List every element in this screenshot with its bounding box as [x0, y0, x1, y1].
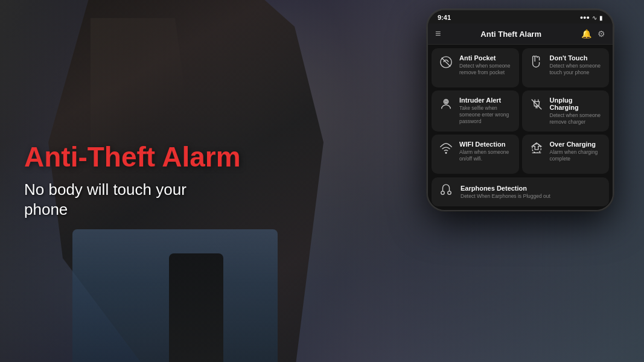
over-charging-desc: Alarm when charging complete [550, 149, 604, 162]
wifi-detection-text: WIFI Detection Alarm when someone on/off… [459, 141, 513, 162]
dont-touch-icon [528, 56, 545, 72]
svg-point-5 [445, 153, 447, 154]
notification-icon[interactable]: 🔔 [581, 29, 591, 39]
feature-intruder-alert[interactable]: Intruder Alert Take selfie when someone … [432, 91, 519, 132]
intruder-alert-desc: Take selfie when someone enter wrong pas… [459, 105, 513, 125]
earphones-detection-icon [438, 183, 454, 200]
earphones-title: Earphones Detection [461, 185, 603, 192]
wifi-detection-title: WIFI Detection [459, 141, 513, 148]
earphones-desc: Detect When Earphones is Plugged out [461, 193, 603, 200]
phone-mockup: 9:41 ●●● ∿ ▮ ≡ Anti Theft Alarm 🔔 ⚙ [427, 9, 614, 211]
svg-point-3 [445, 101, 447, 103]
svg-point-8 [448, 191, 451, 195]
intruder-alert-title: Intruder Alert [459, 97, 513, 104]
unplug-charging-title: Unplug Charging [550, 97, 604, 111]
anti-pocket-icon [438, 56, 454, 72]
feature-unplug-charging[interactable]: Unplug Charging Detect when someone remo… [522, 91, 610, 132]
anti-pocket-desc: Detect when someone remove from pocket [459, 63, 513, 76]
dont-touch-text: Don't Touch Detect when someone touch yo… [550, 54, 604, 76]
unplug-charging-text: Unplug Charging Detect when someone remo… [550, 97, 604, 125]
header-action-icons: 🔔 ⚙ [581, 29, 605, 39]
phone-app-header: ≡ Anti Theft Alarm 🔔 ⚙ [428, 24, 613, 45]
over-charging-title: Over Charging [550, 141, 604, 148]
settings-icon[interactable]: ⚙ [598, 29, 605, 39]
status-icons: ●●● ∿ ▮ [580, 14, 603, 21]
intruder-alert-text: Intruder Alert Take selfie when someone … [459, 97, 513, 125]
features-grid: Anti Pocket Detect when someone remove f… [428, 45, 613, 177]
feature-dont-touch[interactable]: Don't Touch Detect when someone touch yo… [522, 48, 610, 87]
wifi-detection-icon [438, 142, 454, 159]
signal-icon: ●●● [580, 14, 590, 21]
unplug-charging-desc: Detect when someone remove charger [550, 112, 604, 125]
intruder-alert-icon [438, 98, 454, 115]
menu-icon[interactable]: ≡ [435, 28, 441, 39]
status-time: 9:41 [438, 14, 451, 21]
feature-over-charging[interactable]: Over Charging Alarm when charging comple… [522, 135, 610, 174]
feature-anti-pocket[interactable]: Anti Pocket Detect when someone remove f… [432, 48, 519, 87]
hero-content: Anti-Theft Alarm No body will touch your… [24, 142, 241, 220]
anti-pocket-text: Anti Pocket Detect when someone remove f… [459, 54, 513, 76]
app-title: Anti Theft Alarm [480, 30, 541, 39]
hero-title: Anti-Theft Alarm [24, 142, 241, 173]
over-charging-icon [528, 142, 545, 159]
hero-subtitle: No body will touch your phone [24, 180, 217, 221]
phone-status-bar: 9:41 ●●● ∿ ▮ [428, 10, 613, 24]
anti-pocket-title: Anti Pocket [459, 54, 513, 62]
earphones-text: Earphones Detection Detect When Earphone… [461, 185, 603, 200]
wifi-detection-desc: Alarm when someone on/off wifi. [459, 149, 513, 162]
svg-point-7 [441, 191, 445, 195]
bottom-card: Earphones Detection Detect When Earphone… [428, 177, 613, 210]
over-charging-text: Over Charging Alarm when charging comple… [550, 141, 604, 162]
unplug-charging-icon [528, 98, 545, 115]
phone-mockup-wrapper: 9:41 ●●● ∿ ▮ ≡ Anti Theft Alarm 🔔 ⚙ [427, 9, 626, 211]
dont-touch-desc: Detect when someone touch your phone [550, 63, 604, 76]
svg-line-1 [442, 58, 451, 67]
battery-icon: ▮ [599, 14, 603, 21]
dont-touch-title: Don't Touch [550, 54, 604, 62]
feature-earphones-detection[interactable]: Earphones Detection Detect When Earphone… [432, 177, 609, 206]
wifi-icon: ∿ [592, 14, 597, 21]
feature-wifi-detection[interactable]: WIFI Detection Alarm when someone on/off… [432, 135, 519, 174]
svg-line-4 [531, 100, 541, 110]
